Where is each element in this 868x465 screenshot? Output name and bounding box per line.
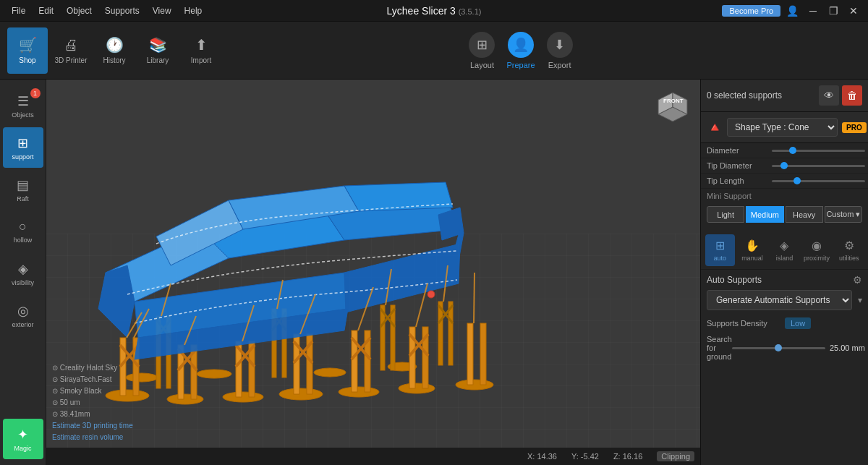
print-height: ⊙ 38.41mm [52, 409, 133, 420]
minimize-button[interactable]: ─ [804, 4, 822, 18]
density-value: Low [785, 317, 811, 329]
estimate-time-link[interactable]: Estimate 3D printing time [52, 422, 133, 430]
generate-select[interactable]: Generate Automatic Supports [707, 290, 852, 310]
close-button[interactable]: ✕ [845, 4, 862, 18]
tip-diameter-slider[interactable] [772, 165, 865, 167]
sidebar-raft[interactable]: ▤ Raft [3, 169, 43, 210]
tab-island-label: island [776, 255, 793, 262]
ground-slider[interactable] [732, 347, 825, 349]
ground-value: 25.00 mm [825, 344, 865, 352]
nav-layout[interactable]: ⊞ Layout [469, 32, 495, 69]
clipping-button[interactable]: Clipping [657, 451, 694, 461]
menu-help[interactable]: Help [179, 6, 208, 16]
tab-proximity[interactable]: ◉ proximity [802, 234, 832, 266]
mini-support-medium[interactable]: Medium [746, 206, 783, 223]
history-icon: 🕐 [106, 36, 124, 54]
density-row: Supports Density Low [701, 315, 868, 332]
shop-icon: 🛒 [19, 36, 37, 54]
tab-auto[interactable]: ⊞ auto [705, 234, 735, 266]
generate-dropdown-arrow[interactable]: ▾ [858, 295, 862, 305]
window-controls: Become Pro 👤 ─ ❐ ✕ [722, 4, 868, 18]
tab-auto-label: auto [714, 255, 727, 262]
tool-import-label: Import [191, 56, 211, 64]
auto-icon: ⊞ [715, 239, 725, 252]
coord-bar: X: 14.36 Y: -5.42 Z: 16.16 Clipping [46, 448, 700, 465]
mini-support-label: Mini Support [701, 189, 868, 203]
delete-supports-button[interactable]: 🗑 [842, 85, 862, 106]
tool-import[interactable]: ⬆ Import [181, 27, 221, 74]
menu-supports[interactable]: Supports [99, 6, 145, 16]
sidebar-hollow-label: hollow [14, 236, 33, 244]
titlebar: File Edit Object Supports View Help Lych… [0, 0, 868, 22]
tab-proximity-label: proximity [804, 255, 830, 262]
sidebar-hollow[interactable]: ○ hollow [3, 211, 43, 252]
utilities-icon: ⚙ [844, 239, 854, 252]
sidebar-magic-label: Magic [14, 445, 31, 452]
auto-supports-settings-button[interactable]: ⚙ [853, 274, 862, 286]
maximize-button[interactable]: ❐ [825, 4, 842, 18]
hollow-icon: ○ [19, 219, 27, 234]
sidebar-raft-label: Raft [17, 195, 29, 202]
menu-view[interactable]: View [147, 6, 177, 16]
left-tools: 🛒 Shop 🖨 3D Printer 🕐 History 📚 Library … [7, 27, 221, 74]
estimate-resin-link[interactable]: Estimate resin volume [52, 433, 123, 441]
nav-layout-label: Layout [470, 61, 494, 69]
mini-support-light[interactable]: Light [707, 206, 744, 223]
sidebar-magic[interactable]: ✦ Magic [3, 419, 43, 459]
svg-point-8 [197, 370, 231, 378]
tip-diameter-slider-area: 0.30 mm [772, 161, 868, 170]
supports-bar: 0 selected supports 👁 🗑 [701, 80, 868, 112]
mini-support-custom[interactable]: Custom ▾ [825, 206, 862, 223]
magic-icon: ✦ [17, 427, 28, 443]
generate-row: Generate Automatic Supports ▾ [701, 290, 868, 315]
coord-y: Y: -5.42 [571, 452, 599, 461]
sidebar-objects[interactable]: ☰ Objects 1 [3, 85, 43, 126]
density-label: Supports Density [707, 319, 779, 328]
menu-edit[interactable]: Edit [33, 6, 59, 16]
auto-supports-title: Auto Supports [707, 275, 762, 285]
tip-diameter-row: Tip Diameter 0.30 mm [701, 158, 868, 174]
tab-island[interactable]: ◈ island [770, 234, 799, 266]
tool-history[interactable]: 🕐 History [94, 27, 135, 74]
svg-rect-24 [480, 323, 486, 385]
tip-length-slider-area: 2.00 mm [772, 176, 868, 185]
toggle-visibility-button[interactable]: 👁 [819, 85, 839, 106]
svg-point-6 [456, 380, 493, 390]
mini-support-heavy[interactable]: Heavy [786, 206, 823, 223]
objects-badge: 1 [30, 88, 41, 98]
support-icon: ⊞ [17, 135, 28, 151]
menu-object[interactable]: Object [61, 6, 98, 16]
diameter-slider-area: 1.00 mm [772, 146, 868, 155]
tab-manual[interactable]: ✋ manual [738, 234, 767, 266]
tool-shop[interactable]: 🛒 Shop [7, 27, 48, 74]
sidebar-visibility[interactable]: ◈ visibility [3, 253, 43, 294]
library-icon: 📚 [149, 36, 167, 54]
viewport-info: ⊙ Creality Halot Sky ⊙ SirayaTech.Fast ⊙… [52, 362, 133, 443]
svg-line-74 [474, 273, 475, 323]
shape-type-select[interactable]: Shape Type : Cone Shape Type : Cylinder … [727, 118, 838, 137]
tool-history-label: History [103, 56, 125, 64]
tool-library[interactable]: 📚 Library [137, 27, 178, 74]
diameter-row: Diameter 1.00 mm [701, 143, 868, 158]
tab-utilities[interactable]: ⚙ utilities [834, 234, 864, 266]
become-pro-button[interactable]: Become Pro [722, 5, 780, 17]
model-render [69, 128, 576, 417]
svg-point-1 [167, 394, 203, 404]
nav-export[interactable]: ⬇ Export [547, 32, 573, 69]
printer-icon: 🖨 [64, 37, 78, 54]
tab-utilities-label: utilities [839, 255, 859, 262]
tool-3dprinter[interactable]: 🖨 3D Printer [51, 27, 91, 74]
diameter-slider[interactable] [772, 150, 865, 152]
nav-prepare[interactable]: 👤 Prepare [506, 32, 535, 69]
viewport[interactable]: FRONT ⊙ Creality Halot Sky ⊙ SirayaTech.… [46, 80, 700, 465]
tip-length-slider[interactable] [772, 180, 865, 182]
tool-library-label: Library [147, 56, 169, 64]
menu-file[interactable]: File [6, 6, 31, 16]
svg-point-9 [314, 368, 346, 377]
sidebar-exterior[interactable]: ◎ exterior [3, 295, 43, 336]
right-panel: 0 selected supports 👁 🗑 🔺 Shape Type : C… [700, 80, 868, 465]
auto-supports-section: Auto Supports ⚙ Generate Automatic Suppo… [701, 269, 868, 364]
sidebar-support[interactable]: ⊞ support [3, 127, 43, 168]
navigation-cube[interactable]: FRONT [651, 85, 694, 129]
coord-x: X: 14.36 [527, 452, 557, 461]
